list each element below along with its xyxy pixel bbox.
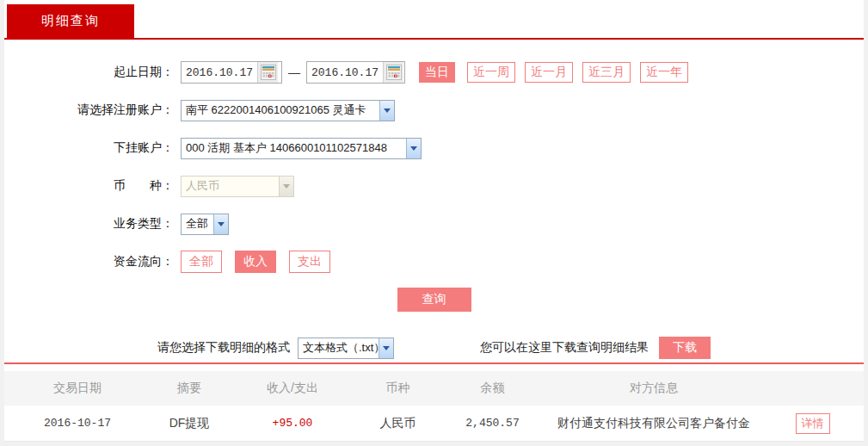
business-type-value: 全部 bbox=[182, 216, 213, 232]
header-counterparty: 对方信息 bbox=[546, 381, 761, 396]
fund-flow-all-button[interactable]: 全部 bbox=[181, 251, 222, 273]
download-format-select[interactable]: 文本格式（.txt） bbox=[298, 338, 394, 359]
sub-account-row: 下挂账户： 000 活期 基本户 1406600101102571848 bbox=[4, 129, 864, 167]
cell-balance: 2,450.57 bbox=[439, 417, 546, 430]
download-format-value: 文本格式（.txt） bbox=[299, 340, 379, 356]
quick-week-button[interactable]: 近一周 bbox=[467, 62, 515, 83]
calendar-icon[interactable] bbox=[383, 62, 403, 83]
currency-select: 人民币 bbox=[181, 176, 294, 197]
table-row: 2016-10-17 DF提现 +95.00 人民币 2,450.57 财付通支… bbox=[4, 406, 864, 442]
start-date-input[interactable] bbox=[182, 63, 257, 82]
cell-trade-date: 2016-10-17 bbox=[4, 417, 151, 430]
register-account-select[interactable]: 南平 6222001406100921065 灵通卡 bbox=[181, 100, 395, 121]
header-currency: 币种 bbox=[357, 381, 439, 396]
date-separator: — bbox=[288, 65, 300, 79]
tab-detail-query[interactable]: 明细查询 bbox=[7, 4, 134, 38]
chevron-down-icon[interactable] bbox=[379, 101, 394, 121]
cell-action: 详情 bbox=[761, 413, 864, 434]
currency-label: 币 种： bbox=[4, 178, 181, 194]
chevron-down-icon[interactable] bbox=[379, 338, 393, 358]
download-hint: 您可以在这里下载查询明细结果 bbox=[480, 340, 649, 356]
business-type-label: 业务类型： bbox=[4, 216, 181, 232]
header-income-expense: 收入/支出 bbox=[228, 381, 357, 396]
quick-date-buttons: 当日 近一周 近一月 近三月 近一年 bbox=[419, 62, 698, 83]
query-button[interactable]: 查询 bbox=[397, 288, 471, 312]
detail-button[interactable]: 详情 bbox=[796, 413, 830, 434]
quick-year-button[interactable]: 近一年 bbox=[640, 62, 688, 83]
download-button[interactable]: 下载 bbox=[659, 337, 711, 359]
quick-month-button[interactable]: 近一月 bbox=[525, 62, 573, 83]
query-button-row: 查询 bbox=[4, 281, 864, 319]
business-type-select[interactable]: 全部 bbox=[181, 214, 229, 235]
query-form: 起止日期： — bbox=[4, 0, 864, 362]
sub-account-label: 下挂账户： bbox=[4, 140, 181, 156]
register-account-label: 请选择注册账户： bbox=[4, 102, 181, 118]
quick-today-button[interactable]: 当日 bbox=[419, 62, 455, 83]
currency-value: 人民币 bbox=[182, 178, 279, 194]
detail-query-panel: 明细查询 起止日期： bbox=[4, 0, 864, 446]
header-balance: 余额 bbox=[439, 381, 546, 396]
register-account-value: 南平 6222001406100921065 灵通卡 bbox=[182, 102, 379, 118]
tab-label: 明细查询 bbox=[41, 13, 100, 29]
fund-flow-row: 资金流向： 全部 收入 支出 bbox=[4, 243, 864, 281]
cell-amount: +95.00 bbox=[228, 417, 357, 430]
tab-underline bbox=[4, 38, 864, 40]
cell-summary: DF提现 bbox=[151, 416, 228, 431]
date-range-row: 起止日期： — bbox=[4, 53, 864, 91]
end-date-input[interactable] bbox=[307, 63, 383, 82]
sub-account-value: 000 活期 基本户 1406600101102571848 bbox=[182, 140, 406, 156]
cell-currency: 人民币 bbox=[357, 416, 439, 431]
download-row: 请您选择下载明细的格式 文本格式（.txt） 您可以在这里下载查询明细结果 下载 bbox=[4, 333, 864, 362]
date-range-label: 起止日期： bbox=[4, 65, 181, 80]
table-gap bbox=[4, 364, 864, 371]
chevron-down-icon bbox=[279, 177, 293, 196]
chevron-down-icon[interactable] bbox=[406, 139, 421, 158]
business-type-row: 业务类型： 全部 bbox=[4, 205, 864, 243]
header-trade-date: 交易日期 bbox=[4, 381, 151, 396]
start-date-field[interactable] bbox=[181, 61, 282, 84]
chevron-down-icon[interactable] bbox=[213, 214, 228, 234]
fund-flow-income-button[interactable]: 收入 bbox=[235, 251, 276, 273]
bottom-strip bbox=[4, 442, 864, 446]
register-account-row: 请选择注册账户： 南平 6222001406100921065 灵通卡 bbox=[4, 91, 864, 129]
table-header: 交易日期 摘要 收入/支出 币种 余额 对方信息 bbox=[4, 371, 864, 406]
download-format-label: 请您选择下载明细的格式 bbox=[157, 340, 290, 356]
cell-counterparty: 财付通支付科技有限公司客户备付金 bbox=[546, 416, 761, 431]
quick-quarter-button[interactable]: 近三月 bbox=[582, 62, 631, 83]
fund-flow-label: 资金流向： bbox=[4, 254, 181, 269]
calendar-icon[interactable] bbox=[257, 62, 278, 83]
end-date-field[interactable] bbox=[306, 61, 405, 84]
fund-flow-expense-button[interactable]: 支出 bbox=[289, 251, 330, 273]
header-summary: 摘要 bbox=[151, 381, 228, 396]
currency-row: 币 种： 人民币 bbox=[4, 167, 864, 205]
sub-account-select[interactable]: 000 活期 基本户 1406600101102571848 bbox=[181, 138, 422, 159]
